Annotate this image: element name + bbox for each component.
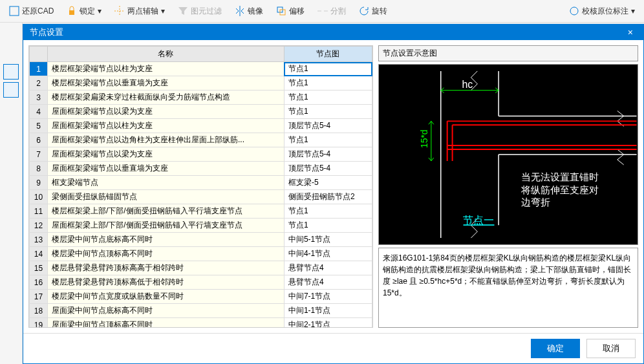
row-node[interactable]: 节点1: [284, 105, 372, 119]
row-node[interactable]: 节点1: [284, 133, 372, 147]
row-node[interactable]: 框支梁-5: [284, 176, 372, 190]
row-node[interactable]: 悬臂节点4: [284, 261, 372, 275]
table-row[interactable]: 8屋面框架梁端节点以垂直墙为支座顶层节点5-4: [30, 162, 372, 176]
table-row[interactable]: 3楼层框架梁扁梁未穿过柱截面纵向受力筋端节点构造节点1: [30, 91, 372, 105]
row-index: 14: [30, 247, 48, 261]
row-node[interactable]: 悬臂节点4: [284, 275, 372, 290]
row-name[interactable]: 楼层梁中间节点底标高不同时: [48, 233, 284, 247]
row-name[interactable]: 楼层框架梁端节点以柱为支座: [48, 62, 284, 76]
table-row[interactable]: 11楼层框架梁上部/下部/侧面受扭钢筋锚入平行墙支座节点节点1: [30, 204, 372, 219]
node-table: 名称 节点图 1楼层框架梁端节点以柱为支座节点12楼层框架梁端节点以垂直墙为支座…: [29, 46, 372, 328]
row-index: 7: [30, 147, 48, 162]
row-name[interactable]: 屋面梁中间节点底标高不同时: [48, 304, 284, 318]
row-node[interactable]: 侧面受扭钢筋节点2: [284, 190, 372, 204]
mirror-button[interactable]: 镜像: [231, 5, 267, 18]
row-name[interactable]: 屋面框架梁端节点以梁为支座: [48, 147, 284, 162]
row-name[interactable]: 楼层悬臂梁悬臂跨顶标高高于相邻跨时: [48, 261, 284, 275]
col-name[interactable]: 名称: [48, 47, 284, 62]
table-row[interactable]: 19屋面梁中间节点顶标高不同时中间2-1节点: [30, 318, 372, 328]
row-name[interactable]: 屋面框架梁端节点以梁为支座: [48, 105, 284, 119]
row-node[interactable]: 中间2-1节点: [284, 318, 372, 328]
row-node[interactable]: 中间5-1节点: [284, 233, 372, 247]
left-tool-2-icon[interactable]: [3, 82, 19, 98]
row-name[interactable]: 屋面梁中间节点顶标高不同时: [48, 318, 284, 328]
modal-footer: 确定 取消: [23, 333, 643, 363]
row-name[interactable]: 屋面框架梁端节点以边角柱为支座柱伸出屋面上部纵筋...: [48, 133, 284, 147]
modal-title-text: 节点设置: [30, 27, 63, 38]
table-row[interactable]: 17楼层梁中间节点宽度或纵筋数量不同时中间7-1节点: [30, 290, 372, 304]
row-name[interactable]: 楼层框架梁上部/下部/侧面受扭钢筋锚入平行墙支座节点: [48, 204, 284, 219]
col-node[interactable]: 节点图: [284, 47, 372, 62]
table-row[interactable]: 1楼层框架梁端节点以柱为支座节点1: [30, 62, 372, 76]
row-name[interactable]: 楼层框架梁端节点以垂直墙为支座: [48, 76, 284, 91]
bend-dim-label: 15*d: [419, 129, 429, 148]
table-row[interactable]: 2楼层框架梁端节点以垂直墙为支座节点1: [30, 76, 372, 91]
row-index: 15: [30, 261, 48, 275]
svg-rect-0: [10, 6, 19, 16]
node-table-container[interactable]: 名称 节点图 1楼层框架梁端节点以柱为支座节点12楼层框架梁端节点以垂直墙为支座…: [28, 45, 373, 328]
table-row[interactable]: 12屋面框架梁上部/下部/侧面受扭钢筋锚入平行墙支座节点节点1: [30, 219, 372, 233]
row-node[interactable]: 节点1: [284, 62, 372, 76]
close-icon[interactable]: ×: [624, 27, 637, 37]
ribbon-toolbar: 还原CAD 锁定 ▾ 两点辅轴 ▾ 图元过滤 镜像 偏移 分割 旋转 校核原位标…: [0, 0, 644, 23]
preview-title: 节点设置示意图: [378, 45, 638, 61]
table-row[interactable]: 9框支梁端节点框支梁-5: [30, 176, 372, 190]
row-name[interactable]: 屋面框架梁上部/下部/侧面受扭钢筋锚入平行墙支座节点: [48, 219, 284, 233]
hc-dim-label: hc: [462, 79, 473, 90]
table-row[interactable]: 18屋面梁中间节点底标高不同时中间1-1节点: [30, 304, 372, 318]
table-row[interactable]: 4屋面框架梁端节点以梁为支座节点1: [30, 105, 372, 119]
row-node[interactable]: 节点1: [284, 204, 372, 219]
table-row[interactable]: 15楼层悬臂梁悬臂跨顶标高高于相邻跨时悬臂节点4: [30, 261, 372, 275]
anno-line-3: 边弯折: [521, 197, 550, 208]
row-name[interactable]: 屋面框架梁端节点以柱为支座: [48, 119, 284, 133]
row-name[interactable]: 框支梁端节点: [48, 176, 284, 190]
left-tool-1-icon[interactable]: [3, 64, 19, 80]
row-name[interactable]: 楼层悬臂梁悬臂跨顶标高低于相邻跨时: [48, 275, 284, 290]
row-node[interactable]: 节点1: [284, 76, 372, 91]
row-node[interactable]: 节点1: [284, 91, 372, 105]
row-index: 6: [30, 133, 48, 147]
row-index: 9: [30, 176, 48, 190]
row-node[interactable]: 节点1: [284, 219, 372, 233]
element-filter-button[interactable]: 图元过滤: [174, 5, 226, 18]
row-name[interactable]: 楼层框架梁扁梁未穿过柱截面纵向受力筋端节点构造: [48, 91, 284, 105]
table-row[interactable]: 14楼层梁中间节点顶标高不同时中间4-1节点: [30, 247, 372, 261]
row-name[interactable]: 楼层梁中间节点顶标高不同时: [48, 247, 284, 261]
row-node[interactable]: 中间4-1节点: [284, 247, 372, 261]
row-node[interactable]: 顶层节点5-4: [284, 162, 372, 176]
split-button[interactable]: 分割: [314, 5, 350, 18]
lock-button[interactable]: 锁定 ▾: [63, 5, 105, 18]
table-row[interactable]: 7屋面框架梁端节点以梁为支座顶层节点5-4: [30, 147, 372, 162]
node-settings-modal: 节点设置 × 名称 节点图 1楼层框架梁端节点以柱为支座节点12楼层框架梁端节点…: [23, 24, 644, 364]
row-node[interactable]: 顶层节点5-4: [284, 147, 372, 162]
preview-description: 来源16G101-1第84页的楼层框架梁KL纵向钢筋构造的楼层框架梁KL纵向钢筋…: [378, 248, 638, 328]
table-row[interactable]: 6屋面框架梁端节点以边角柱为支座柱伸出屋面上部纵筋...节点1: [30, 133, 372, 147]
offset-button[interactable]: 偏移: [272, 5, 308, 18]
check-origin-button[interactable]: 校核原位标注 ▾: [565, 5, 639, 18]
row-index: 10: [30, 190, 48, 204]
lock-icon: [67, 6, 77, 16]
table-row[interactable]: 10梁侧面受扭纵筋锚固节点侧面受扭钢筋节点2: [30, 190, 372, 204]
check-icon: [569, 6, 579, 16]
row-index: 13: [30, 233, 48, 247]
table-row[interactable]: 13楼层梁中间节点底标高不同时中间5-1节点: [30, 233, 372, 247]
two-point-aux-button[interactable]: 两点辅轴 ▾: [111, 5, 169, 18]
row-node[interactable]: 中间1-1节点: [284, 304, 372, 318]
table-row[interactable]: 5屋面框架梁端节点以柱为支座顶层节点5-4: [30, 119, 372, 133]
preview-canvas: hc 15*d 当无法设置直锚时 将纵筋伸至支座对 边弯折 节点一: [378, 64, 638, 245]
axis-icon: [114, 6, 125, 16]
col-rownum: [30, 47, 48, 62]
table-row[interactable]: 16楼层悬臂梁悬臂跨顶标高低于相邻跨时悬臂节点4: [30, 275, 372, 290]
row-node[interactable]: 中间7-1节点: [284, 290, 372, 304]
svg-point-8: [570, 7, 578, 15]
row-index: 2: [30, 76, 48, 91]
modal-titlebar[interactable]: 节点设置 ×: [23, 25, 643, 40]
rotate-button[interactable]: 旋转: [355, 5, 391, 18]
cancel-button[interactable]: 取消: [586, 339, 636, 358]
row-node[interactable]: 顶层节点5-4: [284, 119, 372, 133]
restore-cad-button[interactable]: 还原CAD: [5, 5, 58, 18]
row-name[interactable]: 梁侧面受扭纵筋锚固节点: [48, 190, 284, 204]
row-name[interactable]: 楼层梁中间节点宽度或纵筋数量不同时: [48, 290, 284, 304]
row-name[interactable]: 屋面框架梁端节点以垂直墙为支座: [48, 162, 284, 176]
ok-button[interactable]: 确定: [531, 339, 580, 358]
